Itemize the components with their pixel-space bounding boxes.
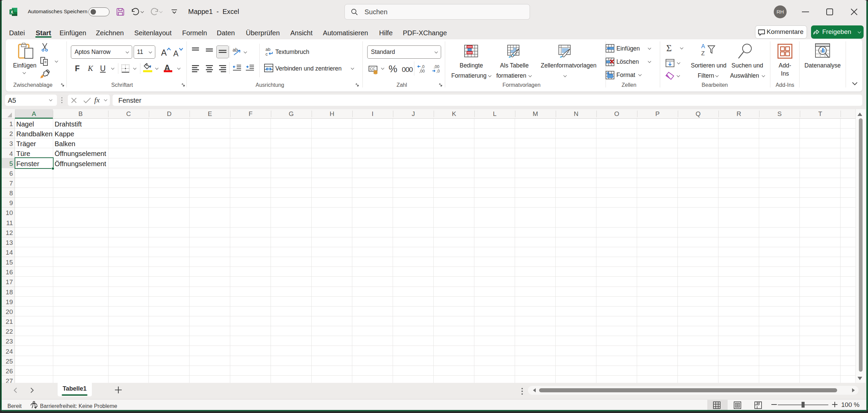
svg-text:c: c bbox=[265, 52, 268, 56]
svg-text:A: A bbox=[701, 43, 705, 50]
svg-text:,0: ,0 bbox=[436, 69, 440, 73]
svg-text:ab: ab bbox=[233, 47, 238, 53]
svg-text:CC: CC bbox=[370, 67, 375, 71]
svg-text:ab: ab bbox=[265, 47, 270, 52]
svg-text:Z: Z bbox=[701, 50, 705, 57]
svg-text:,00: ,00 bbox=[419, 69, 425, 73]
svg-text:,0: ,0 bbox=[421, 64, 425, 69]
svg-text:,00: ,00 bbox=[434, 64, 439, 69]
